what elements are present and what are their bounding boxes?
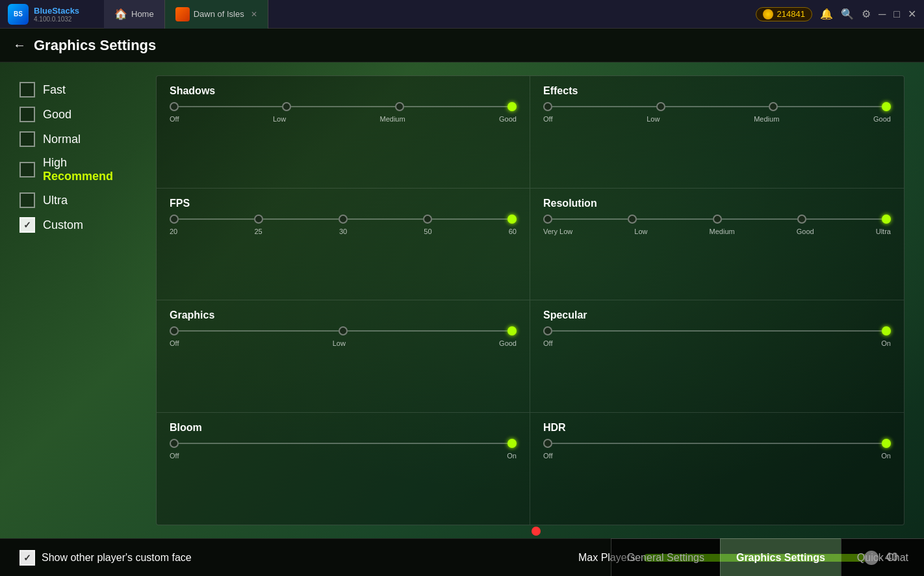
shadows-spacer-1 [179,106,282,107]
tab-game[interactable]: Dawn of Isles ✕ [165,0,268,29]
page-title: Graphics Settings [34,37,156,54]
fps-dot-3[interactable] [423,215,432,224]
app-name: BlueStacks [34,6,79,16]
main-content: Fast Good Normal High Recommend [0,62,924,538]
hdr-dot-row [543,439,891,448]
graphics-slider[interactable]: Off Low Good [170,326,517,347]
coin-value: 214841 [777,9,805,19]
fps-spacer-4 [432,218,507,220]
fps-labels: 20 25 30 50 60 [170,228,517,235]
shadows-label: Shadows [170,85,517,97]
specular-dot-0[interactable] [543,326,552,335]
preset-good[interactable]: Good [19,107,143,122]
specular-dot-1[interactable] [882,326,891,335]
bloom-slider[interactable]: Off On [170,439,517,460]
preset-normal[interactable]: Normal [19,131,143,147]
tab-home[interactable]: 🏠 Home [104,0,165,29]
bloom-dot-1[interactable] [507,439,517,448]
tab-general-settings[interactable]: General Settings [611,538,720,576]
back-button[interactable]: ← [13,38,26,53]
shadows-dot-0[interactable] [170,102,179,111]
specular-dot-row [543,326,891,335]
preset-ultra-label: Ultra [43,194,68,207]
resolution-dot-3[interactable] [797,215,806,224]
close-icon[interactable]: ✕ [908,8,916,20]
resolution-dot-4[interactable] [882,215,891,224]
preset-custom[interactable]: Custom [19,217,143,233]
resolution-dot-0[interactable] [543,215,552,224]
specular-slider[interactable]: Off On [543,326,891,347]
preset-fast[interactable]: Fast [19,82,143,98]
notification-icon[interactable]: 🔔 [820,8,833,20]
fps-dot-row [170,215,517,224]
shadows-dot-1[interactable] [282,102,291,111]
fps-dot-4[interactable] [507,215,517,224]
effects-spacer-1 [552,106,656,107]
preset-ultra-checkbox[interactable] [19,192,35,208]
resolution-labels: Very Low Low Medium Good Ultra [543,228,891,235]
show-face-label: Show other player's custom face [42,552,192,564]
preset-fast-checkbox[interactable] [19,82,35,98]
fps-slider[interactable]: 20 25 30 50 60 [170,215,517,235]
settings-icon[interactable]: ⚙ [862,8,871,20]
sub-header: ← Graphics Settings [0,29,924,62]
bloom-dot-row [170,439,517,448]
preset-high[interactable]: High Recommend [19,156,143,183]
preset-ultra[interactable]: Ultra [19,192,143,208]
preset-high-checkbox[interactable] [19,162,35,177]
effects-dot-0[interactable] [543,102,552,111]
minimize-icon[interactable]: ─ [879,8,886,20]
maximize-icon[interactable]: □ [893,8,900,20]
hdr-label: HDR [543,422,891,434]
specular-spacer-1 [552,330,882,332]
title-bar: BS BlueStacks 4.100.0.1032 🏠 Home Dawn o… [0,0,924,29]
shadows-dot-3[interactable] [507,102,517,111]
hdr-dot-1[interactable] [882,439,891,448]
preset-good-checkbox[interactable] [19,107,35,122]
fps-dot-2[interactable] [339,215,348,224]
settings-container: Fast Good Normal High Recommend [0,62,924,538]
shadows-spacer-2 [291,106,394,107]
graphics-spacer-1 [179,330,339,332]
graphics-dot-1[interactable] [339,326,348,335]
tab-graphics-settings[interactable]: Graphics Settings [720,538,841,576]
shadows-spacer-3 [404,106,507,107]
fps-spacer-3 [348,218,423,220]
preset-custom-checkbox[interactable] [19,217,35,233]
effects-dot-2[interactable] [769,102,778,111]
hdr-slider[interactable]: Off On [543,439,891,460]
graphics-dot-row [170,326,517,335]
effects-labels: Off Low Medium Good [543,115,891,123]
resolution-dot-2[interactable] [713,215,722,224]
bloom-labels: Off On [170,452,517,460]
effects-dot-1[interactable] [656,102,665,111]
specular-labels: Off On [543,339,891,347]
graphics-dot-2[interactable] [507,326,517,335]
effects-dot-3[interactable] [882,102,891,111]
setting-effects: Effects Off Low Medium [530,76,904,189]
resolution-dot-row [543,215,891,224]
bloom-label: Bloom [170,422,517,434]
resolution-dot-1[interactable] [628,215,637,224]
shadows-dot-2[interactable] [395,102,404,111]
fps-spacer-1 [179,218,254,220]
effects-slider[interactable]: Off Low Medium Good [543,102,891,123]
graphics-dot-0[interactable] [170,326,179,335]
search-icon[interactable]: 🔍 [841,8,854,20]
hdr-dot-0[interactable] [543,439,552,448]
hdr-spacer-1 [552,443,882,444]
resolution-slider[interactable]: Very Low Low Medium Good Ultra [543,215,891,235]
effects-dot-row [543,102,891,111]
shadows-slider[interactable]: Off Low Medium Good [170,102,517,123]
tab-quick-chat[interactable]: Quick Chat [841,538,924,576]
preset-normal-checkbox[interactable] [19,131,35,147]
setting-resolution: Resolution Very Low [530,189,904,301]
show-face-toggle[interactable]: Show other player's custom face [19,550,192,566]
preset-good-label: Good [43,108,71,122]
setting-specular: Specular Off On [530,300,904,413]
fps-dot-1[interactable] [254,215,263,224]
bloom-dot-0[interactable] [170,439,179,448]
resolution-spacer-1 [552,218,628,220]
show-face-checkbox[interactable] [19,550,35,566]
fps-dot-0[interactable] [170,215,179,224]
